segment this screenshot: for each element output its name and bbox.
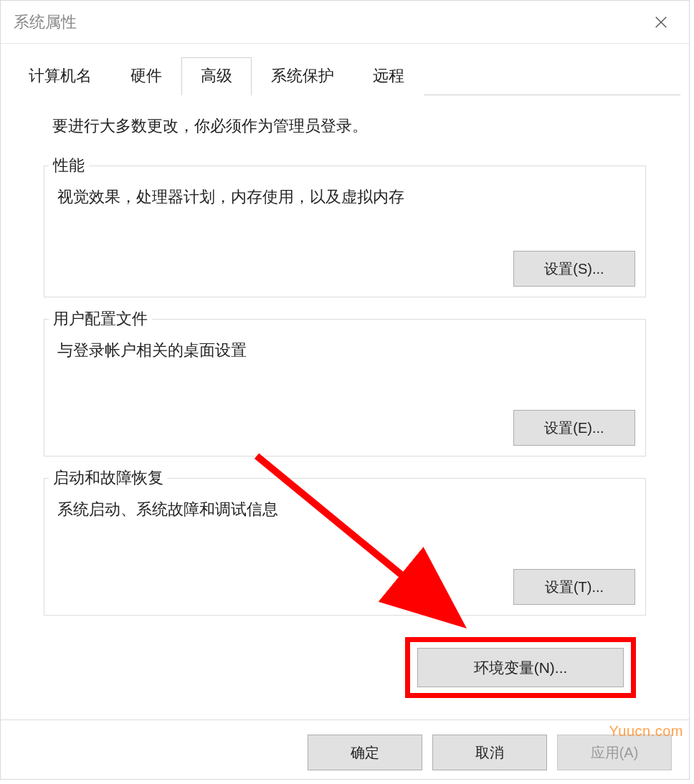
performance-legend: 性能: [49, 155, 89, 176]
cancel-button[interactable]: 取消: [432, 735, 547, 770]
startup-recovery-group: 启动和故障恢复 系统启动、系统故障和调试信息 设置(T)...: [44, 478, 646, 616]
performance-button-row: 设置(S)...: [52, 251, 638, 287]
startup-recovery-button-row: 设置(T)...: [52, 569, 638, 605]
tab-computer-name[interactable]: 计算机名: [9, 57, 111, 95]
admin-note: 要进行大多数更改，你必须作为管理员登录。: [44, 115, 646, 137]
env-variables-row: 环境变量(N)...: [44, 637, 646, 698]
env-variables-highlight: 环境变量(N)...: [405, 637, 636, 698]
tab-system-protection[interactable]: 系统保护: [252, 57, 353, 95]
tabs-container: 计算机名 硬件 高级 系统保护 远程 要进行大多数更改，你必须作为管理员登录。 …: [1, 44, 689, 698]
tab-remote[interactable]: 远程: [353, 57, 424, 95]
tabs: 计算机名 硬件 高级 系统保护 远程: [9, 57, 680, 95]
apply-button: 应用(A): [557, 735, 672, 770]
close-icon: [653, 14, 669, 30]
user-profile-legend: 用户配置文件: [49, 308, 152, 330]
dialog-title: 系统属性: [14, 11, 77, 33]
startup-recovery-settings-button[interactable]: 设置(T)...: [513, 569, 635, 605]
dialog-footer: 确定 取消 应用(A): [1, 720, 689, 770]
performance-settings-button[interactable]: 设置(S)...: [513, 251, 635, 287]
startup-recovery-legend: 启动和故障恢复: [49, 467, 168, 489]
performance-desc: 视觉效果，处理器计划，内存使用，以及虚拟内存: [52, 183, 638, 208]
user-profile-button-row: 设置(E)...: [52, 410, 638, 446]
watermark: Yuucn.com: [609, 723, 683, 740]
environment-variables-button[interactable]: 环境变量(N)...: [417, 648, 624, 687]
user-profile-group: 用户配置文件 与登录帐户相关的桌面设置 设置(E)...: [44, 319, 646, 456]
user-profile-desc: 与登录帐户相关的桌面设置: [52, 337, 638, 361]
titlebar: 系统属性: [1, 1, 689, 44]
startup-recovery-desc: 系统启动、系统故障和调试信息: [52, 496, 638, 520]
tab-content: 要进行大多数更改，你必须作为管理员登录。 性能 视觉效果，处理器计划，内存使用，…: [9, 95, 680, 698]
performance-group: 性能 视觉效果，处理器计划，内存使用，以及虚拟内存 设置(S)...: [44, 166, 646, 297]
user-profile-settings-button[interactable]: 设置(E)...: [513, 410, 635, 446]
close-button[interactable]: [646, 7, 676, 37]
system-properties-dialog: 系统属性 计算机名 硬件 高级 系统保护 远程 要进行大多数更改，你必须作为管理…: [0, 0, 690, 780]
tab-hardware[interactable]: 硬件: [111, 57, 181, 95]
ok-button[interactable]: 确定: [308, 735, 422, 770]
tab-advanced[interactable]: 高级: [181, 57, 252, 95]
